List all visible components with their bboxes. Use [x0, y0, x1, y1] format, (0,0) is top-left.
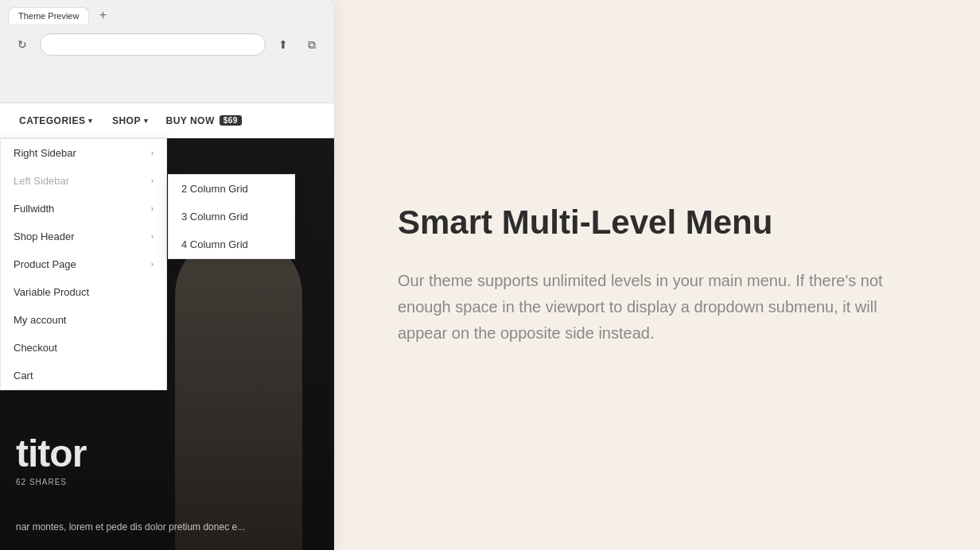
browser-mockup: Theme Preview + ↻ ⬆ ⧉ CATEGORIES ▾ SHOP: [0, 0, 334, 550]
nav-buy-now[interactable]: BUY NOW $69: [158, 103, 249, 138]
dropdown-item-fullwidth[interactable]: Fullwidth ›: [1, 195, 166, 223]
browser-tabs: Theme Preview +: [8, 6, 326, 24]
share-button[interactable]: ⬆: [272, 33, 294, 56]
submenu-item-3col[interactable]: 3 Column Grid: [169, 203, 294, 230]
submenu-item-4col[interactable]: 4 Column Grid: [169, 230, 294, 258]
dropdown-item-product-page[interactable]: Product Page ›: [1, 250, 166, 278]
price-badge: $69: [220, 115, 242, 126]
arrow-right-icon: ›: [151, 260, 154, 269]
hero-person-image: [175, 232, 302, 550]
hero-body-text: nar montes, lorem et pede dis dolor pret…: [16, 520, 334, 534]
nav-shop[interactable]: SHOP ▾: [103, 103, 158, 138]
hero-content: titor 62 SHARES: [16, 435, 86, 486]
nav-categories[interactable]: CATEGORIES ▾: [10, 103, 103, 138]
share-icon: ⬆: [278, 38, 288, 51]
dropdown-item-cart[interactable]: Cart: [1, 362, 166, 389]
browser-chrome: Theme Preview + ↻ ⬆ ⧉: [0, 0, 334, 103]
plus-icon: +: [99, 8, 107, 22]
dropdown-item-left-sidebar[interactable]: Left Sidebar ›: [1, 167, 166, 195]
browser-toolbar: ↻ ⬆ ⧉: [8, 29, 326, 60]
hero-title: titor: [16, 435, 86, 473]
dropdown-item-my-account[interactable]: My account: [1, 306, 166, 334]
refresh-icon: ↻: [18, 38, 27, 51]
categories-dropdown: Right Sidebar › Left Sidebar › Fullwidth…: [0, 138, 167, 390]
new-tab-button[interactable]: +: [92, 6, 113, 24]
dropdown-item-variable-product[interactable]: Variable Product: [1, 278, 166, 306]
chevron-down-icon: ▾: [144, 117, 149, 125]
hero-shares: 62 SHARES: [16, 478, 86, 486]
duplicate-button[interactable]: ⧉: [301, 33, 323, 56]
dropdown-item-shop-header[interactable]: Shop Header ›: [1, 223, 166, 250]
dropdown-item-checkout[interactable]: Checkout: [1, 334, 166, 362]
dropdown-item-right-sidebar[interactable]: Right Sidebar ›: [1, 139, 166, 167]
submenu-item-2col[interactable]: 2 Column Grid: [169, 175, 294, 203]
arrow-right-icon: ›: [151, 232, 154, 241]
content-body: Our theme supports unlimited levels in y…: [398, 268, 891, 347]
arrow-right-icon: ›: [151, 176, 154, 185]
content-title: Smart Multi-Level Menu: [398, 203, 891, 242]
chevron-down-icon: ▾: [88, 117, 93, 125]
refresh-button[interactable]: ↻: [11, 33, 33, 56]
site-navigation: CATEGORIES ▾ SHOP ▾ BUY NOW $69 Right Si…: [0, 103, 334, 138]
browser-tab-active[interactable]: Theme Preview: [8, 7, 89, 24]
content-panel: Smart Multi-Level Menu Our theme support…: [334, 0, 980, 550]
duplicate-icon: ⧉: [308, 38, 316, 52]
content-inner: Smart Multi-Level Menu Our theme support…: [398, 203, 891, 346]
arrow-right-icon: ›: [151, 149, 154, 157]
address-bar[interactable]: [40, 33, 266, 56]
shop-header-submenu: 2 Column Grid 3 Column Grid 4 Column Gri…: [168, 174, 295, 259]
arrow-right-icon: ›: [151, 204, 154, 213]
